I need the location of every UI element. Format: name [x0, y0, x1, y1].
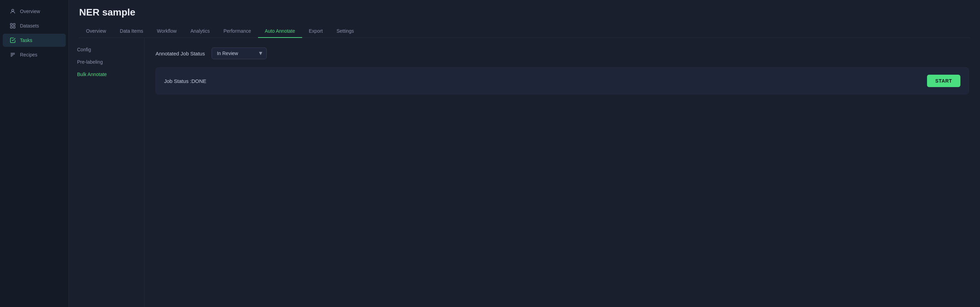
- sidebar-item-tasks[interactable]: Tasks: [3, 34, 66, 47]
- page-title: NER sample: [79, 7, 970, 18]
- overview-icon: [10, 8, 16, 14]
- tab-analytics[interactable]: Analytics: [183, 25, 216, 38]
- sidebar-item-recipes-label: Recipes: [20, 52, 38, 57]
- svg-rect-2: [13, 24, 15, 25]
- sidebar-item-overview[interactable]: Overview: [3, 5, 66, 18]
- start-button[interactable]: START: [927, 75, 960, 87]
- status-card-text: Job Status :DONE: [164, 78, 207, 84]
- content-area: Config Pre-labeling Bulk Annotate Annota…: [69, 38, 980, 307]
- tasks-icon: [10, 37, 16, 43]
- main-area: NER sample Overview Data Items Workflow …: [69, 0, 980, 307]
- tab-export[interactable]: Export: [302, 25, 330, 38]
- datasets-icon: [10, 23, 16, 29]
- sidebar: Overview Datasets Tasks Recipes: [0, 0, 69, 307]
- sidebar-item-datasets-label: Datasets: [20, 23, 39, 29]
- svg-rect-1: [10, 24, 12, 25]
- main-panel: Annotated Job Status In Review Done Pend…: [145, 38, 980, 307]
- annotated-job-status-label: Annotated Job Status: [156, 51, 205, 56]
- svg-point-0: [12, 9, 14, 11]
- header: NER sample Overview Data Items Workflow …: [69, 0, 980, 38]
- sidebar-item-datasets[interactable]: Datasets: [3, 19, 66, 32]
- tab-auto-annotate[interactable]: Auto Annotate: [258, 25, 302, 38]
- job-status-row: Annotated Job Status In Review Done Pend…: [156, 48, 969, 59]
- tab-performance[interactable]: Performance: [216, 25, 258, 38]
- sub-sidebar-item-config[interactable]: Config: [69, 43, 144, 56]
- tab-settings[interactable]: Settings: [330, 25, 361, 38]
- tab-data-items[interactable]: Data Items: [113, 25, 150, 38]
- sub-sidebar: Config Pre-labeling Bulk Annotate: [69, 38, 145, 307]
- svg-rect-3: [10, 27, 12, 28]
- dropdown-container: In Review Done Pending Rejected ▼: [212, 48, 267, 59]
- sub-sidebar-item-pre-labeling[interactable]: Pre-labeling: [69, 56, 144, 68]
- sidebar-item-recipes[interactable]: Recipes: [3, 48, 66, 61]
- sub-sidebar-item-bulk-annotate[interactable]: Bulk Annotate: [69, 68, 144, 81]
- sidebar-item-overview-label: Overview: [20, 9, 40, 14]
- svg-rect-4: [13, 27, 15, 28]
- sidebar-item-tasks-label: Tasks: [20, 38, 32, 43]
- status-card: Job Status :DONE START: [156, 67, 969, 94]
- tab-bar: Overview Data Items Workflow Analytics P…: [79, 25, 970, 38]
- recipes-icon: [10, 52, 16, 58]
- tab-workflow[interactable]: Workflow: [150, 25, 183, 38]
- tab-overview[interactable]: Overview: [79, 25, 113, 38]
- annotated-job-status-dropdown[interactable]: In Review Done Pending Rejected: [212, 48, 267, 59]
